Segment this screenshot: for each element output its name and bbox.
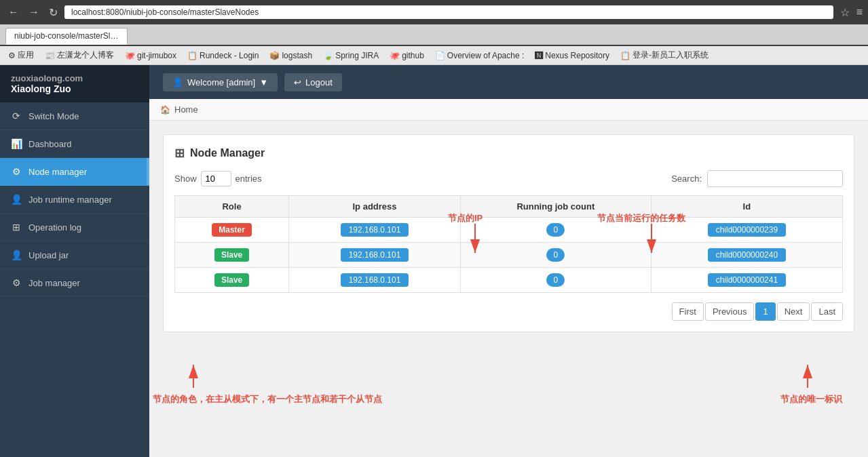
count-badge: 0: [546, 223, 565, 237]
logstash-icon: 📦: [269, 51, 280, 60]
count-badge: 0: [546, 248, 565, 262]
table-title: Node Manager: [190, 147, 265, 159]
search-input[interactable]: [707, 170, 843, 187]
id-badge: child0000000241: [708, 273, 786, 287]
col-running-count: Running job count: [460, 196, 651, 218]
bookmark-apache[interactable]: 📄 Overview of Apache :: [431, 49, 528, 62]
data-table: Role Ip address Running job count Id Mas…: [174, 195, 843, 293]
count-badge: 0: [546, 273, 565, 287]
content-area: 🏠 Home ⊞ Node Manager Show entries: [149, 99, 868, 457]
table-body: Master 192.168.0.101 0 child0000000239 S…: [175, 218, 843, 293]
sidebar-item-operation-log[interactable]: ⊞ Operation log: [0, 214, 149, 241]
table-head: Role Ip address Running job count Id: [175, 196, 843, 218]
node-manager-icon: ⚙: [11, 166, 22, 177]
page-previous-button[interactable]: Previous: [705, 302, 755, 321]
bookmark-logstash[interactable]: 📦 logstash: [265, 49, 316, 62]
spring-icon: 🍃: [323, 51, 333, 60]
col-role: Role: [175, 196, 289, 218]
user-icon: 👤: [172, 77, 183, 87]
dropdown-arrow-icon: ▼: [259, 77, 268, 87]
role-badge-slave: Slave: [214, 248, 249, 262]
entries-label: entries: [235, 174, 262, 184]
cell-count: 0: [460, 268, 651, 293]
sidebar-item-job-runtime[interactable]: 👤 Job runtime manager: [0, 186, 149, 214]
switch-mode-icon: ⟳: [11, 111, 22, 121]
sidebar-item-upload-jar[interactable]: 👤 Upload jar: [0, 241, 149, 269]
tab-bar: niubi-job-console/masterSlaveNodes: [0, 24, 868, 46]
show-label: Show: [174, 174, 197, 184]
cell-id: child0000000241: [651, 268, 842, 293]
logo-sub: Xiaolong Zuo: [11, 83, 83, 94]
logout-button[interactable]: ↩ Logout: [284, 73, 342, 92]
blog-icon: 📰: [45, 51, 55, 60]
logout-icon: ↩: [294, 77, 301, 87]
page-first-button[interactable]: First: [672, 302, 704, 321]
grid-icon: ⊞: [174, 146, 185, 161]
dashboard-icon: 📊: [11, 138, 22, 149]
bookmark-jimubox[interactable]: 🐙 git-jimubox: [121, 49, 181, 62]
sidebar-item-switch-mode[interactable]: ⟳ Switch Mode: [0, 102, 149, 130]
operation-log-icon: ⊞: [11, 222, 22, 233]
github-icon: 🐙: [390, 51, 400, 60]
menu-icon[interactable]: ≡: [856, 6, 863, 18]
nexus-icon: 🅽: [535, 51, 543, 60]
logo-main: zuoxiaolong.com: [11, 73, 83, 83]
main-content: ⊞ Node Manager Show entries Search:: [149, 121, 868, 457]
table-row: Slave 192.168.0.101 0 child0000000241: [175, 268, 843, 293]
forward-button[interactable]: →: [26, 5, 42, 20]
bookmark-github[interactable]: 🐙 github: [385, 49, 428, 62]
annotation-id-label: 节点的唯一标识: [780, 394, 843, 404]
browser-bar: ← → ↻ localhost:8080/niubi-job-console/m…: [0, 0, 868, 24]
back-button[interactable]: ←: [5, 5, 22, 20]
pagination: First Previous 1 Next Last: [174, 302, 843, 321]
top-nav: 👤 Welcome [admin] ▼ ↩ Logout: [149, 65, 868, 99]
bookmark-blog[interactable]: 📰 左潇龙个人博客: [41, 48, 118, 62]
table-row: Slave 192.168.0.101 0 child0000000240: [175, 243, 843, 268]
table-row: Master 192.168.0.101 0 child0000000239: [175, 218, 843, 243]
app-wrapper: zuoxiaolong.com Xiaolong Zuo ⟳ Switch Mo…: [0, 65, 868, 457]
home-icon: 🏠: [160, 105, 170, 115]
upload-jar-icon: 👤: [11, 250, 22, 260]
table-card: ⊞ Node Manager Show entries Search:: [163, 134, 854, 332]
job-runtime-icon: 👤: [11, 194, 22, 205]
show-entries-control: Show entries: [174, 171, 262, 186]
bookmark-apps[interactable]: ⚙ 应用: [4, 48, 38, 62]
bookmark-rundeck[interactable]: 📋 Rundeck - Login: [183, 49, 263, 62]
id-badge: child0000000239: [708, 223, 786, 237]
url-bar[interactable]: localhost:8080/niubi-job-console/masterS…: [64, 5, 833, 19]
bookmark-springjira[interactable]: 🍃 Spring JIRA: [319, 49, 383, 62]
apps-icon: ⚙: [8, 51, 16, 60]
sidebar-logo: zuoxiaolong.com Xiaolong Zuo: [0, 65, 149, 102]
id-badge: child0000000240: [708, 248, 786, 262]
col-id: Id: [651, 196, 842, 218]
bookmarks-bar: ⚙ 应用 📰 左潇龙个人博客 🐙 git-jimubox 📋 Rundeck -…: [0, 46, 868, 65]
page-current-button[interactable]: 1: [755, 302, 775, 321]
job-manager-icon: ⚙: [11, 277, 22, 288]
bookmark-hr[interactable]: 📋 登录-新员工入职系统: [616, 48, 713, 62]
active-tab[interactable]: niubi-job-console/masterSlaveNodes: [5, 28, 128, 45]
cell-role: Master: [175, 218, 289, 243]
role-badge-slave: Slave: [214, 273, 249, 287]
sidebar-item-node-manager[interactable]: ⚙ Node manager: [0, 158, 149, 186]
search-container: Search:: [671, 170, 843, 187]
page-next-button[interactable]: Next: [777, 302, 810, 321]
page-last-button[interactable]: Last: [811, 302, 843, 321]
cell-role: Slave: [175, 268, 289, 293]
entries-input[interactable]: [201, 171, 231, 186]
ip-badge: 192.168.0.101: [341, 223, 409, 237]
reload-button[interactable]: ↻: [46, 5, 60, 20]
cell-count: 0: [460, 243, 651, 268]
welcome-button[interactable]: 👤 Welcome [admin] ▼: [163, 73, 278, 92]
rundeck-icon: 📋: [187, 51, 197, 60]
breadcrumb-home[interactable]: Home: [174, 104, 198, 115]
table-header-row: Role Ip address Running job count Id: [175, 196, 843, 218]
bookmark-star-icon[interactable]: ☆: [840, 6, 850, 19]
apache-icon: 📄: [435, 51, 445, 60]
search-label: Search:: [671, 174, 702, 184]
cell-ip: 192.168.0.101: [289, 243, 461, 268]
sidebar-item-dashboard[interactable]: 📊 Dashboard: [0, 130, 149, 158]
annotation-role-label: 节点的角色，在主从模式下，有一个主节点和若干个从节点: [153, 394, 382, 404]
bookmark-nexus[interactable]: 🅽 Nexus Repository: [531, 49, 614, 62]
cell-id: child0000000239: [651, 218, 842, 243]
sidebar-item-job-manager[interactable]: ⚙ Job manager: [0, 269, 149, 297]
